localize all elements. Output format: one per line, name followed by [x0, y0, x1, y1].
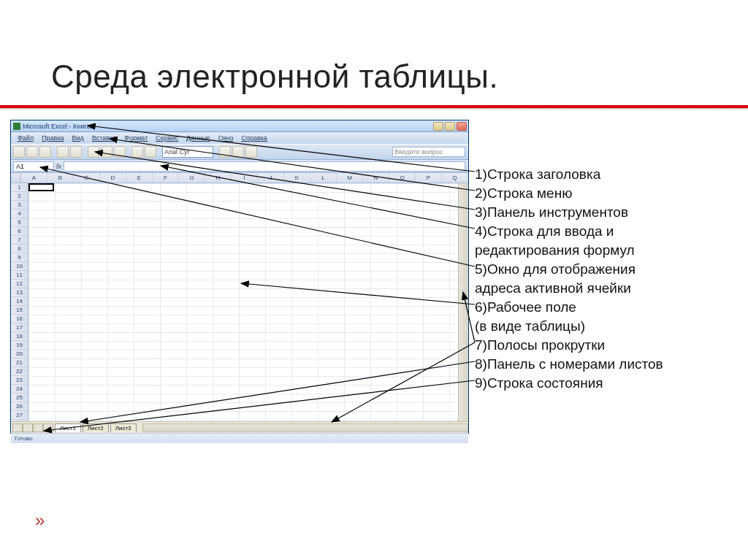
app-icon — [13, 123, 20, 130]
row-header[interactable]: 13 — [11, 288, 28, 297]
menu-insert[interactable]: Вставка — [88, 134, 120, 142]
annotation-2: 2)Строка меню — [475, 184, 663, 203]
annotation-4a: 4)Строка для ввода и — [475, 222, 663, 241]
menu-window[interactable]: Окно — [215, 134, 237, 142]
bold-icon[interactable] — [219, 146, 231, 158]
preview-icon[interactable] — [70, 146, 82, 158]
menu-format[interactable]: Формат — [121, 134, 151, 142]
copy-icon[interactable] — [101, 146, 112, 158]
row-header[interactable]: 18 — [11, 332, 28, 341]
underline-icon[interactable] — [245, 146, 257, 158]
row-header[interactable]: 24 — [11, 385, 28, 394]
font-select[interactable]: Arial Cyr — [162, 146, 213, 158]
slide-title: Среда электронной таблицы. — [51, 58, 498, 95]
row-header[interactable]: 19 — [11, 341, 28, 350]
col-header[interactable]: L — [310, 173, 337, 183]
sheet-tab[interactable]: Лист3 — [110, 423, 137, 432]
row-header[interactable]: 9 — [11, 253, 28, 262]
excel-window: Microsoft Excel - Книга1 Файл Правка Вид… — [10, 120, 469, 434]
col-header[interactable]: A — [21, 173, 47, 183]
menu-tools[interactable]: Сервис — [152, 134, 182, 142]
row-header[interactable]: 16 — [11, 315, 28, 323]
row-header[interactable]: 12 — [11, 280, 28, 288]
formula-input[interactable] — [64, 161, 465, 172]
maximize-button[interactable] — [445, 122, 455, 131]
row-header[interactable]: 26 — [11, 402, 28, 411]
titlebar[interactable]: Microsoft Excel - Книга1 — [11, 120, 468, 132]
new-icon[interactable] — [13, 146, 25, 158]
row-header[interactable]: 3 — [11, 201, 28, 210]
col-header[interactable]: B — [47, 173, 74, 183]
row-header[interactable]: 11 — [11, 271, 28, 280]
vertical-scrollbar[interactable] — [458, 183, 468, 421]
col-header[interactable]: K — [284, 173, 310, 183]
col-header[interactable]: Q — [442, 173, 468, 183]
sheet-tab[interactable]: Лист2 — [83, 423, 109, 432]
fx-icon[interactable]: fx — [56, 163, 61, 170]
row-header[interactable]: 1 — [11, 183, 28, 192]
row-header[interactable]: 23 — [11, 376, 28, 385]
row-header[interactable]: 25 — [11, 394, 28, 402]
tab-nav-prev-icon[interactable] — [23, 423, 33, 432]
annotation-9: 9)Строка состояния — [475, 374, 663, 393]
col-header[interactable]: O — [389, 173, 416, 183]
col-header[interactable]: E — [126, 173, 153, 183]
annotation-8: 8)Панель с номерами листов — [475, 355, 663, 374]
italic-icon[interactable] — [232, 146, 244, 158]
horizontal-scrollbar[interactable] — [142, 423, 468, 432]
col-header[interactable]: C — [74, 173, 100, 183]
row-header[interactable]: 10 — [11, 262, 28, 271]
row-header[interactable]: 20 — [11, 350, 28, 358]
select-all-corner[interactable] — [11, 173, 21, 183]
help-search[interactable]: Введите вопрос — [392, 147, 465, 157]
minimize-button[interactable] — [433, 122, 443, 131]
redo-icon[interactable] — [145, 146, 156, 158]
menu-data[interactable]: Данные — [183, 134, 214, 142]
menubar[interactable]: Файл Правка Вид Вставка Формат Сервис Да… — [11, 132, 468, 144]
col-header[interactable]: P — [416, 173, 442, 183]
column-header-row: A B C D E F G H I J K L M N O P Q — [11, 173, 468, 183]
row-header[interactable]: 17 — [11, 323, 28, 332]
open-icon[interactable] — [26, 146, 38, 158]
col-header[interactable]: N — [363, 173, 389, 183]
menu-help[interactable]: Справка — [238, 134, 271, 142]
row-header[interactable]: 6 — [11, 227, 28, 236]
window-buttons — [433, 122, 468, 131]
row-header[interactable]: 15 — [11, 306, 28, 315]
cell-grid[interactable] — [28, 183, 458, 421]
row-header[interactable]: 14 — [11, 297, 28, 306]
row-header[interactable]: 22 — [11, 367, 28, 376]
col-header[interactable]: J — [258, 173, 284, 183]
row-header[interactable]: 8 — [11, 245, 28, 253]
active-cell[interactable] — [28, 183, 54, 191]
cut-icon[interactable] — [88, 146, 99, 158]
sheet-tab[interactable]: Лист1 — [55, 423, 81, 432]
col-header[interactable]: I — [232, 173, 258, 183]
menu-view[interactable]: Вид — [69, 134, 88, 142]
row-header[interactable]: 5 — [11, 218, 28, 227]
col-header[interactable]: D — [100, 173, 126, 183]
tab-nav-last-icon[interactable] — [43, 423, 53, 432]
row-header[interactable]: 4 — [11, 210, 28, 218]
col-header[interactable]: G — [179, 173, 205, 183]
undo-icon[interactable] — [131, 146, 143, 158]
name-box[interactable]: A1 — [13, 161, 54, 172]
col-header[interactable]: H — [205, 173, 232, 183]
print-icon[interactable] — [57, 146, 69, 158]
tab-nav-next-icon[interactable] — [33, 423, 43, 432]
col-header[interactable]: M — [337, 173, 363, 183]
row-header[interactable]: 21 — [11, 358, 28, 367]
annotations-list: 1)Строка заголовка 2)Строка меню 3)Панел… — [475, 165, 663, 393]
toolbar: Arial Cyr Введите вопрос — [11, 144, 468, 160]
annotation-5a: 5)Окно для отображения — [475, 260, 663, 279]
save-icon[interactable] — [39, 146, 51, 158]
menu-file[interactable]: Файл — [14, 134, 37, 142]
col-header[interactable]: F — [153, 173, 179, 183]
row-header[interactable]: 2 — [11, 192, 28, 201]
tab-nav-first-icon[interactable] — [12, 423, 23, 432]
close-button[interactable] — [457, 122, 467, 131]
menu-edit[interactable]: Правка — [38, 134, 67, 142]
paste-icon[interactable] — [114, 146, 126, 158]
row-header[interactable]: 7 — [11, 236, 28, 245]
row-header[interactable]: 27 — [11, 411, 28, 420]
